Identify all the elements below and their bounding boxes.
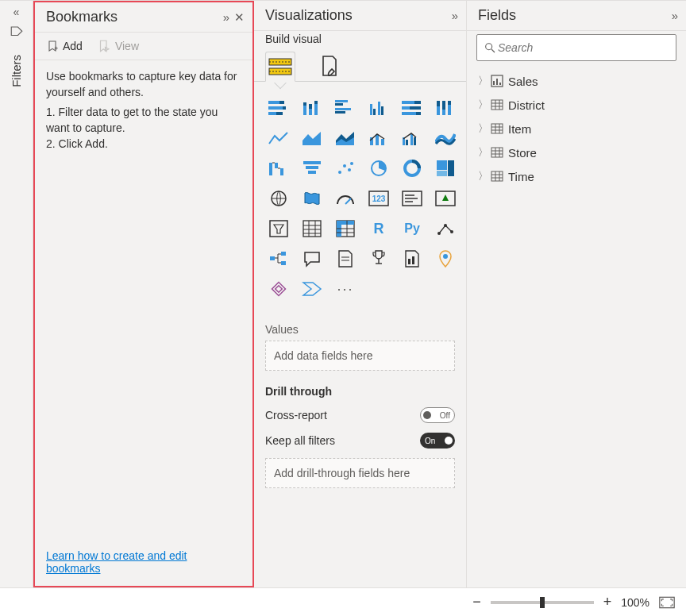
map-icon[interactable]	[265, 187, 292, 210]
bookmarks-learn-link[interactable]: Learn how to create and edit bookmarks	[46, 549, 187, 575]
svg-point-58	[372, 161, 386, 175]
expand-filters-icon[interactable]: «	[13, 6, 20, 18]
svg-rect-35	[448, 101, 451, 105]
waterfall-chart-icon[interactable]	[265, 156, 292, 180]
qna-icon[interactable]	[299, 247, 326, 271]
svg-rect-91	[281, 252, 286, 256]
svg-point-59	[405, 161, 419, 175]
power-automate-icon[interactable]	[299, 277, 326, 301]
svg-rect-25	[414, 101, 421, 104]
collapse-bookmarks-icon[interactable]: »	[223, 10, 229, 25]
drillthrough-drop-well[interactable]: Add drill-through fields here	[265, 458, 455, 488]
bookmark-add-button[interactable]: Add	[46, 39, 83, 53]
svg-rect-17	[335, 103, 343, 106]
key-influencers-icon[interactable]	[432, 217, 459, 241]
search-input[interactable]	[496, 40, 669, 55]
collapse-viz-icon[interactable]: »	[452, 9, 458, 22]
area-chart-icon[interactable]	[299, 126, 326, 150]
power-apps-icon[interactable]	[265, 277, 292, 301]
paginated-report-icon[interactable]	[399, 247, 426, 271]
stacked-column-chart-icon[interactable]	[299, 96, 326, 120]
100-stacked-column-icon[interactable]	[432, 96, 459, 120]
zoom-slider[interactable]	[491, 601, 594, 604]
stacked-area-chart-icon[interactable]	[332, 126, 359, 150]
stacked-bar-chart-icon[interactable]	[265, 96, 292, 120]
svg-rect-34	[448, 101, 451, 115]
field-sales[interactable]: 〉 Sales	[467, 69, 686, 93]
build-visual-tab[interactable]	[265, 52, 295, 82]
filters-collapsed-strip[interactable]: « Filters	[0, 1, 33, 587]
treemap-icon[interactable]	[432, 156, 459, 180]
table-icon[interactable]	[299, 217, 326, 241]
svg-rect-14	[314, 104, 318, 115]
svg-marker-38	[336, 137, 354, 145]
svg-point-54	[338, 171, 341, 174]
fields-search-box[interactable]	[476, 34, 676, 61]
field-time[interactable]: 〉 Time	[467, 164, 686, 188]
svg-rect-28	[402, 112, 421, 115]
bookmarks-panel: Bookmarks » ✕ Add View Use bookmarks to …	[33, 1, 254, 587]
zoom-out-button[interactable]: −	[472, 594, 481, 610]
svg-rect-90	[270, 256, 275, 260]
gauge-icon[interactable]	[332, 187, 359, 210]
svg-rect-39	[370, 137, 373, 145]
decomposition-tree-icon[interactable]	[265, 247, 292, 271]
svg-rect-60	[437, 160, 447, 170]
python-visual-icon[interactable]: Py	[399, 217, 426, 241]
format-visual-tab[interactable]	[314, 52, 345, 82]
svg-rect-29	[416, 112, 421, 115]
fit-to-page-icon[interactable]	[659, 596, 675, 609]
svg-rect-18	[335, 108, 351, 110]
donut-chart-icon[interactable]	[399, 156, 426, 180]
close-bookmarks-icon[interactable]: ✕	[234, 10, 245, 25]
card-icon[interactable]: 123	[365, 187, 392, 210]
svg-rect-46	[269, 163, 272, 175]
collapse-fields-icon[interactable]: »	[672, 9, 678, 22]
zoom-bar: − + 100%	[0, 587, 686, 616]
scatter-chart-icon[interactable]	[332, 156, 359, 180]
100-stacked-bar-icon[interactable]	[399, 96, 426, 120]
kpi-icon[interactable]	[432, 187, 459, 210]
cross-report-toggle[interactable]: Off	[420, 407, 455, 423]
svg-rect-11	[303, 102, 306, 106]
values-drop-well[interactable]: Add data fields here	[265, 341, 455, 371]
slicer-icon[interactable]	[265, 217, 292, 241]
multi-row-card-icon[interactable]	[399, 187, 426, 210]
svg-rect-24	[402, 101, 421, 104]
zoom-in-button[interactable]: +	[603, 594, 612, 610]
field-store[interactable]: 〉 Store	[467, 141, 686, 164]
drillthrough-label: Drill through	[254, 371, 466, 402]
goals-icon[interactable]	[365, 247, 392, 271]
svg-line-64	[345, 198, 351, 204]
svg-rect-33	[442, 101, 445, 110]
svg-rect-119	[491, 148, 503, 157]
line-clustered-column-icon[interactable]	[399, 126, 426, 150]
svg-point-55	[343, 164, 346, 167]
pie-chart-icon[interactable]	[365, 156, 392, 180]
matrix-icon[interactable]	[332, 217, 359, 241]
svg-marker-37	[336, 132, 354, 145]
svg-rect-45	[414, 137, 416, 145]
line-chart-icon[interactable]	[265, 126, 292, 150]
clustered-bar-chart-icon[interactable]	[332, 96, 359, 120]
svg-rect-43	[406, 140, 408, 145]
clustered-column-chart-icon[interactable]	[365, 96, 392, 120]
funnel-chart-icon[interactable]	[299, 156, 326, 180]
line-stacked-column-icon[interactable]	[365, 126, 392, 150]
keep-filters-toggle[interactable]: On	[420, 433, 455, 449]
svg-marker-102	[303, 283, 321, 295]
svg-rect-107	[496, 79, 498, 85]
smart-narrative-icon[interactable]	[332, 247, 359, 271]
r-visual-icon[interactable]: R	[365, 217, 392, 241]
svg-rect-101	[276, 286, 282, 292]
bookmarks-title: Bookmarks	[46, 9, 223, 25]
svg-rect-22	[378, 102, 380, 115]
ribbon-chart-icon[interactable]	[432, 126, 459, 150]
field-district[interactable]: 〉 District	[467, 93, 686, 117]
arcgis-map-icon[interactable]	[432, 247, 459, 271]
svg-rect-97	[408, 259, 410, 264]
field-item[interactable]: 〉 Item	[467, 117, 686, 141]
svg-rect-92	[281, 261, 286, 265]
more-visuals-icon[interactable]: ···	[332, 277, 359, 301]
filled-map-icon[interactable]	[299, 187, 326, 210]
